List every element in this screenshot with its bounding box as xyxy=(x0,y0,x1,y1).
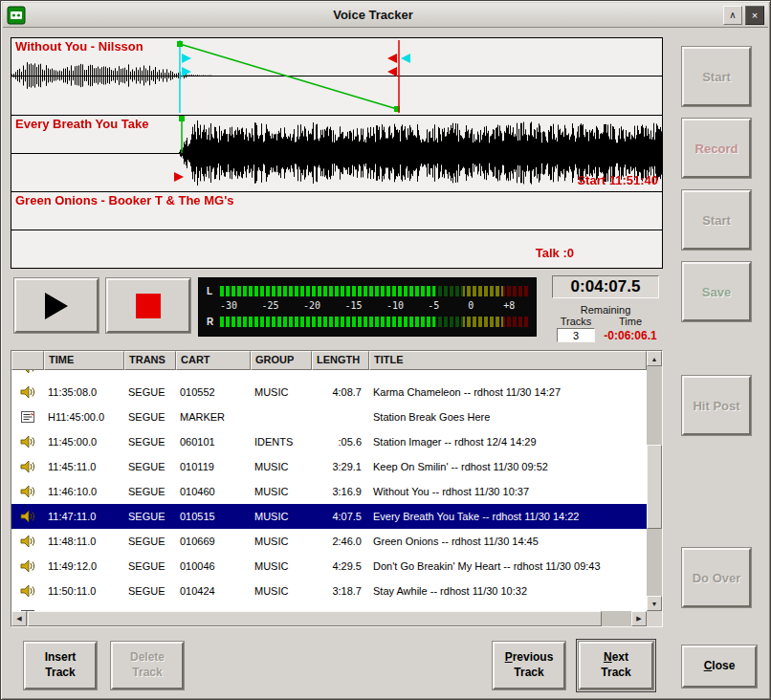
shade-button[interactable]: ∧ xyxy=(723,6,742,25)
cell-cart: 010552 xyxy=(176,386,251,398)
record-button[interactable]: Record xyxy=(682,119,751,178)
speaker-icon xyxy=(20,558,35,574)
track3-pane[interactable]: Green Onions - Booker T & The MG's Talk … xyxy=(11,191,662,268)
cell-cart: MARKER xyxy=(176,411,251,423)
speaker-icon xyxy=(20,484,35,499)
scroll-right-icon: ▶ xyxy=(636,615,641,623)
delete-track-button[interactable]: Delete Track xyxy=(111,642,184,689)
scrollbar-corner xyxy=(647,611,662,626)
elapsed-time-display: 0:04:07.5 xyxy=(552,275,659,298)
cell-title: Don't Go Breakin' My Heart -- rdhost 11/… xyxy=(369,560,647,572)
header-cart[interactable]: CART xyxy=(176,351,251,370)
audio-level-meter: L -30 -25 -20 -15 -10 -5 0 +8 R xyxy=(198,277,537,337)
table-row[interactable]: 11:35:08.0 SEGUE 010552 MUSIC 4:08.7 Kar… xyxy=(11,380,647,405)
close-button[interactable]: Close xyxy=(682,645,757,688)
track1-title: Without You - Nilsson xyxy=(15,39,143,54)
cell-length: 3:16.9 xyxy=(312,486,369,497)
meter-bar-left xyxy=(220,286,528,296)
header-group[interactable]: GROUP xyxy=(251,351,312,370)
table-row[interactable]: 11:50:11.0 SEGUE 010424 MUSIC 3:18.7 Sta… xyxy=(11,579,647,603)
window-title: Voice Tracker xyxy=(26,8,720,22)
track2-pane[interactable]: Every Breath You Take Start 11:51:40 xyxy=(11,115,662,191)
cell-cart: 010119 xyxy=(176,461,251,472)
cell-title: Karma Chameleon -- rdhost 11/30 14:27 xyxy=(369,386,647,398)
cell-cart: 010515 xyxy=(176,511,251,522)
cell-time: 11:45:11.0 xyxy=(44,461,124,472)
scroll-up-icon: ▲ xyxy=(651,356,658,362)
next-track-button[interactable]: Next Track xyxy=(579,642,653,689)
insert-track-button[interactable]: Insert Track xyxy=(24,642,97,689)
cell-cart: 010669 xyxy=(176,536,251,547)
cell-time: 11:45:00.0 xyxy=(44,436,124,448)
cell-title: Stay Awhile -- rdhost 11/30 10:32 xyxy=(369,585,647,597)
vscroll-thumb[interactable] xyxy=(647,445,662,530)
speaker-icon xyxy=(20,459,35,474)
scroll-left-button[interactable]: ◀ xyxy=(11,611,27,626)
hscroll-thumb[interactable] xyxy=(28,611,602,626)
cell-cart: 010460 xyxy=(176,486,251,497)
scroll-up-button[interactable]: ▲ xyxy=(647,351,662,366)
titlebar[interactable]: Voice Tracker ∧ × xyxy=(3,3,768,28)
cell-trans: SEGUE xyxy=(124,386,176,398)
play-button[interactable] xyxy=(14,278,99,333)
table-row[interactable]: H11:45:00.0 SEGUE MARKER Station Break G… xyxy=(11,405,647,429)
meter-left-label: L xyxy=(207,286,220,296)
table-row[interactable]: 11:49:12.0 SEGUE 010046 MUSIC 4:29.5 Don… xyxy=(11,554,647,579)
table-row[interactable]: 11:45:00.0 SEGUE 060101 IDENTS :05.6 Sta… xyxy=(11,429,647,454)
app-icon[interactable] xyxy=(7,6,26,25)
header-icon-column[interactable] xyxy=(11,351,44,370)
cell-cart: 060101 xyxy=(176,436,251,448)
scroll-left-icon: ◀ xyxy=(16,615,21,623)
cell-time: 11:46:10.0 xyxy=(44,486,124,497)
save-button[interactable]: Save xyxy=(682,262,751,321)
cell-group: MUSIC xyxy=(251,536,312,547)
cell-time: 11:49:12.0 xyxy=(44,560,124,572)
play-icon xyxy=(45,293,68,319)
cell-length: 3:29.1 xyxy=(312,461,369,472)
cell-title: Station Imager -- rdhost 12/4 14:29 xyxy=(369,436,647,448)
header-title[interactable]: TITLE xyxy=(369,351,647,370)
cell-length: 4:07.5 xyxy=(312,511,369,522)
table-row[interactable]: 11:45:11.0 SEGUE 010119 MUSIC 3:29.1 Kee… xyxy=(11,454,647,479)
cell-trans: SEGUE xyxy=(124,536,176,547)
header-time[interactable]: TIME xyxy=(44,351,124,370)
track1-pane[interactable]: Without You - Nilsson xyxy=(11,38,662,115)
start-track2-button[interactable]: Start xyxy=(682,190,751,250)
remaining-panel: Tracks 3 Time -0:06:06.1 xyxy=(552,316,661,342)
cell-title: Keep On Smilin' -- rdhost 11/30 09:52 xyxy=(369,461,647,472)
start-track1-button[interactable]: Start xyxy=(682,47,751,106)
header-length[interactable]: LENGTH xyxy=(312,351,369,370)
table-row[interactable] xyxy=(11,370,647,380)
track2-title: Every Breath You Take xyxy=(15,117,148,131)
do-over-button[interactable]: Do Over xyxy=(682,548,751,607)
track3-title: Green Onions - Booker T & The MG's xyxy=(15,193,233,208)
scroll-down-button[interactable]: ▼ xyxy=(647,596,662,611)
cell-length: 3:18.7 xyxy=(312,585,369,597)
close-window-button[interactable]: × xyxy=(745,6,764,25)
header-trans[interactable]: TRANS xyxy=(124,351,176,370)
table-row[interactable]: 11:46:10.0 SEGUE 010460 MUSIC 3:16.9 Wit… xyxy=(11,479,647,504)
horizontal-scrollbar[interactable]: ◀ ▶ xyxy=(11,611,647,626)
shade-icon: ∧ xyxy=(729,10,736,20)
hscroll-trough[interactable] xyxy=(27,611,631,626)
log-header: TIME TRANS CART GROUP LENGTH TITLE xyxy=(11,351,647,370)
table-row[interactable]: 11:48:11.0 SEGUE 010669 MUSIC 2:46.0 Gre… xyxy=(11,529,647,554)
vscroll-trough[interactable] xyxy=(647,366,662,596)
cell-length: 4:29.5 xyxy=(312,560,369,572)
table-row[interactable]: H11:55:00.0 SEGUE MARKER Legal ID Goes H… xyxy=(11,603,647,611)
remaining-time-label: Time xyxy=(619,316,642,327)
previous-track-button[interactable]: Previous Track xyxy=(493,642,565,689)
speaker-icon xyxy=(20,384,35,400)
cell-group: IDENTS xyxy=(251,436,312,448)
hit-post-button[interactable]: Hit Post xyxy=(682,376,751,435)
scroll-right-button[interactable]: ▶ xyxy=(631,611,647,626)
stop-button[interactable] xyxy=(106,278,190,333)
talk-counter-label: Talk :0 xyxy=(536,246,574,260)
table-row[interactable]: 11:47:11.0 SEGUE 010515 MUSIC 4:07.5 Eve… xyxy=(11,504,647,529)
cell-trans: SEGUE xyxy=(124,585,176,597)
speaker-icon xyxy=(20,583,35,599)
cell-group: MUSIC xyxy=(251,486,312,497)
cell-group: MUSIC xyxy=(251,585,312,597)
vertical-scrollbar[interactable]: ▲ ▼ xyxy=(647,351,662,626)
cell-trans: SEGUE xyxy=(124,461,176,472)
